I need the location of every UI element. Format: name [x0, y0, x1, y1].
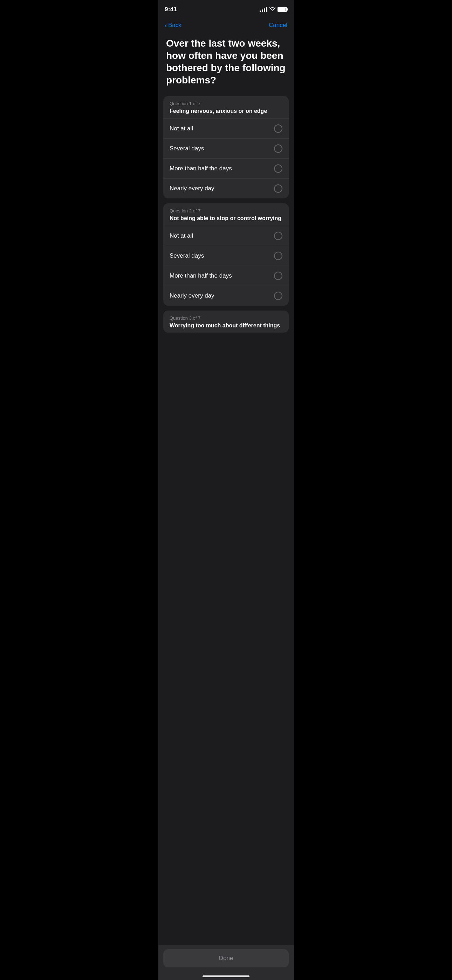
question-1-radio-2[interactable] — [274, 145, 282, 153]
question-2-radio-4[interactable] — [274, 292, 282, 300]
status-time: 9:41 — [165, 6, 177, 13]
question-2-option-1-label: Not at all — [170, 232, 193, 239]
wifi-icon — [269, 7, 275, 12]
question-1-option-3[interactable]: More than half the days — [163, 159, 289, 179]
question-3-header: Question 3 of 7 Worrying too much about … — [163, 310, 289, 333]
question-1-radio-4[interactable] — [274, 185, 282, 193]
question-3-text: Worrying too much about different things — [170, 322, 282, 329]
question-1-text: Feeling nervous, anxious or on edge — [170, 108, 282, 115]
question-1-option-1[interactable]: Not at all — [163, 119, 289, 139]
question-1-radio-3[interactable] — [274, 164, 282, 173]
question-2-option-3[interactable]: More than half the days — [163, 266, 289, 286]
home-indicator — [202, 975, 250, 977]
question-card-3: Question 3 of 7 Worrying too much about … — [163, 310, 289, 333]
status-icons — [259, 7, 287, 12]
question-1-number: Question 1 of 7 — [170, 101, 282, 106]
signal-icon — [259, 7, 267, 12]
question-2-option-1[interactable]: Not at all — [163, 226, 289, 246]
back-chevron-icon: ‹ — [165, 22, 167, 29]
question-2-number: Question 2 of 7 — [170, 208, 282, 213]
question-card-1: Question 1 of 7 Feeling nervous, anxious… — [163, 96, 289, 198]
question-2-option-3-label: More than half the days — [170, 272, 232, 279]
nav-bar: ‹ Back Cancel — [158, 18, 294, 34]
question-1-option-4-label: Nearly every day — [170, 185, 215, 192]
main-container: ‹ Back Cancel Over the last two weeks, h… — [158, 18, 294, 980]
status-bar: 9:41 — [158, 0, 294, 18]
question-2-option-4[interactable]: Nearly every day — [163, 286, 289, 305]
question-2-radio-2[interactable] — [274, 252, 282, 260]
back-label: Back — [168, 22, 181, 29]
question-1-radio-1[interactable] — [274, 124, 282, 133]
question-1-option-1-label: Not at all — [170, 125, 193, 132]
battery-icon — [277, 7, 287, 12]
page-heading: Over the last two weeks, how often have … — [158, 34, 294, 96]
question-2-option-4-label: Nearly every day — [170, 292, 215, 299]
question-1-header: Question 1 of 7 Feeling nervous, anxious… — [163, 96, 289, 119]
back-button[interactable]: ‹ Back — [165, 22, 181, 29]
question-card-2: Question 2 of 7 Not being able to stop o… — [163, 203, 289, 305]
question-3-number: Question 3 of 7 — [170, 315, 282, 321]
question-2-radio-1[interactable] — [274, 232, 282, 240]
question-2-option-2[interactable]: Several days — [163, 246, 289, 266]
done-bar: Done — [158, 945, 294, 980]
done-button[interactable]: Done — [163, 949, 289, 967]
question-2-header: Question 2 of 7 Not being able to stop o… — [163, 203, 289, 226]
question-1-option-2[interactable]: Several days — [163, 139, 289, 159]
question-2-option-2-label: Several days — [170, 252, 204, 259]
question-1-option-2-label: Several days — [170, 145, 204, 152]
question-2-text: Not being able to stop or control worryi… — [170, 215, 282, 222]
question-1-option-4[interactable]: Nearly every day — [163, 179, 289, 198]
cancel-button[interactable]: Cancel — [269, 22, 287, 29]
question-2-radio-3[interactable] — [274, 272, 282, 280]
questions-container: Question 1 of 7 Feeling nervous, anxious… — [158, 96, 294, 376]
question-1-option-3-label: More than half the days — [170, 165, 232, 172]
